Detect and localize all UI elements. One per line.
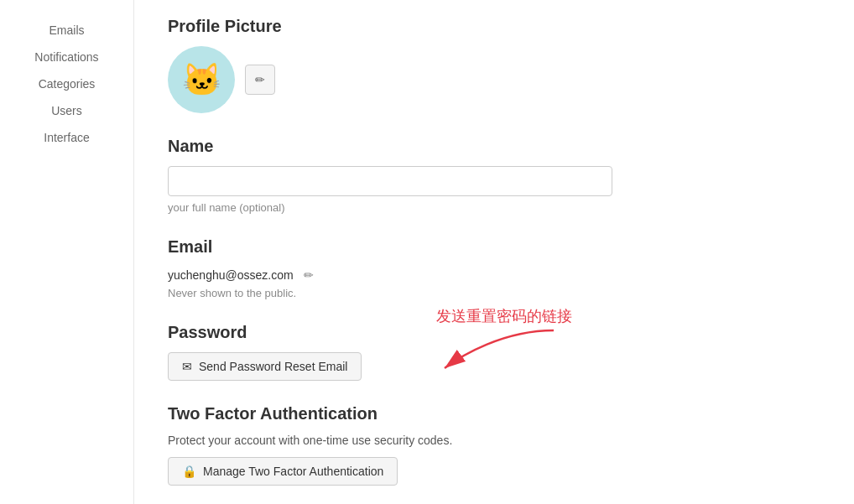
pencil-icon: ✏ xyxy=(255,73,265,86)
profile-picture-container: 🐱 ✏ xyxy=(168,46,738,113)
avatar-image: 🐱 xyxy=(182,64,221,96)
email-value: yuchenghu@ossez.com xyxy=(168,268,294,282)
annotation-arrow-svg xyxy=(436,322,570,372)
profile-picture-section: Profile Picture 🐱 ✏ xyxy=(168,17,738,113)
annotation-container: 发送重置密码的链接 xyxy=(436,306,572,372)
email-row: yuchenghu@ossez.com ✏ xyxy=(168,267,738,283)
two-fa-title: Two Factor Authentication xyxy=(168,404,738,423)
sidebar-item-emails[interactable]: Emails xyxy=(0,17,133,44)
edit-email-icon: ✏ xyxy=(304,268,314,282)
edit-avatar-button[interactable]: ✏ xyxy=(245,65,275,95)
avatar: 🐱 xyxy=(168,46,235,113)
envelope-icon: ✉ xyxy=(182,360,192,373)
manage-two-fa-label: Manage Two Factor Authentication xyxy=(203,465,383,478)
profile-picture-title: Profile Picture xyxy=(168,17,738,36)
name-section: Name your full name (optional) xyxy=(168,137,738,214)
sidebar-item-notifications[interactable]: Notifications xyxy=(0,44,133,70)
password-section: Password ✉ Send Password Reset Email 发送重… xyxy=(168,323,738,381)
email-hint: Never shown to the public. xyxy=(168,287,738,299)
lock-icon: 🔒 xyxy=(182,465,196,478)
two-fa-section: Two Factor Authentication Protect your a… xyxy=(168,404,738,486)
sidebar-item-interface[interactable]: Interface xyxy=(0,124,133,151)
send-password-reset-label: Send Password Reset Email xyxy=(199,360,347,373)
edit-email-button[interactable]: ✏ xyxy=(302,267,315,283)
email-title: Email xyxy=(168,237,738,257)
two-fa-description: Protect your account with one-time use s… xyxy=(168,434,738,447)
name-title: Name xyxy=(168,137,738,156)
name-hint: your full name (optional) xyxy=(168,201,738,214)
manage-two-fa-button[interactable]: 🔒 Manage Two Factor Authentication xyxy=(168,457,398,486)
sidebar-item-categories[interactable]: Categories xyxy=(0,70,133,97)
sidebar-item-users[interactable]: Users xyxy=(0,97,133,124)
send-password-reset-button[interactable]: ✉ Send Password Reset Email xyxy=(168,352,362,381)
email-section: Email yuchenghu@ossez.com ✏ Never shown … xyxy=(168,237,738,299)
sidebar: Emails Notifications Categories Users In… xyxy=(0,0,134,504)
main-content: Profile Picture 🐱 ✏ Name your full name … xyxy=(134,0,772,504)
name-input[interactable] xyxy=(168,166,612,196)
